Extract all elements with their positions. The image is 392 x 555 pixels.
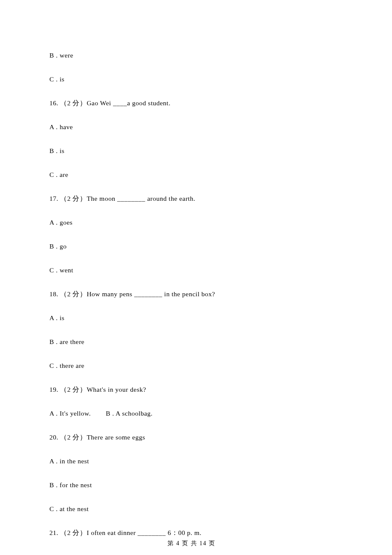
option-a-in-the-nest: A . in the nest	[49, 458, 89, 465]
question-21: 21. （2 分）I often eat dinner ________ 6：0…	[49, 529, 202, 536]
question-19: 19. （2 分）What's in your desk?	[49, 386, 146, 393]
question-20: 20. （2 分）There are some eggs	[49, 434, 145, 441]
option-b-for-the-nest: B . for the nest	[49, 482, 92, 489]
question-16: 16. （2 分）Gao Wei ____a good student.	[49, 100, 170, 107]
option-c-at-the-nest: C . at the nest	[49, 506, 89, 512]
option-a-is: A . is	[49, 315, 64, 321]
question-17: 17. （2 分）The moon ________ around the ea…	[49, 195, 195, 202]
option-b-is: B . is	[49, 147, 64, 154]
option-c-are: C . are	[49, 171, 68, 178]
option-b-go: B . go	[49, 243, 66, 250]
option-a-goes: A . goes	[49, 219, 72, 226]
option-c-went: C . went	[49, 267, 73, 274]
option-a-have: A . have	[49, 124, 73, 130]
option-b-are-there: B . are there	[49, 338, 84, 345]
option-c-is: C . is	[49, 76, 64, 83]
question-19-options: A . It's yellow. B . A schoolbag.	[49, 410, 153, 417]
option-c-there-are: C . there are	[49, 362, 84, 369]
option-b-were: B . were	[49, 52, 73, 59]
page-footer: 第 4 页 共 14 页	[167, 541, 216, 546]
question-18: 18. （2 分）How many pens ________ in the p…	[49, 291, 215, 298]
